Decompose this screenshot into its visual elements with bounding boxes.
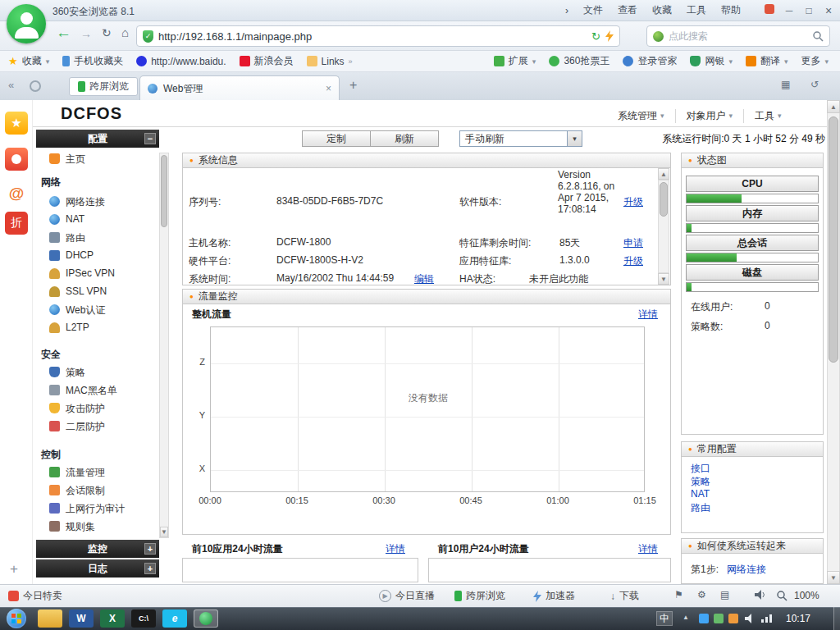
bookmark-links-folder[interactable]: Links » <box>300 51 359 72</box>
appsig-upgrade-link[interactable]: 升级 <box>623 254 643 268</box>
taskbar-browser-icon[interactable] <box>194 609 218 628</box>
speaker-icon[interactable] <box>755 590 766 600</box>
menu-system-admin[interactable]: 系统管理▾ <box>607 109 675 123</box>
nav-section-log[interactable]: 日志 + <box>36 559 159 578</box>
refresh-mode-select[interactable]: 手动刷新 ▾ <box>459 130 582 147</box>
nav-item-home[interactable]: 主页 <box>66 153 85 167</box>
nav-item-web-auth[interactable]: Web认证 <box>66 304 105 317</box>
menu-view[interactable]: 查看 <box>610 3 645 17</box>
upgrade-link[interactable]: 升级 <box>623 195 643 209</box>
common-link-nat[interactable]: NAT <box>691 488 710 500</box>
ticket-king-button[interactable]: 360抢票王 <box>542 51 616 72</box>
common-link-routing[interactable]: 路由 <box>691 501 710 515</box>
menu-help[interactable]: 帮助 <box>714 3 748 17</box>
translate-button[interactable]: 翻译 ▾ <box>739 51 795 72</box>
tab-close-icon[interactable]: × <box>326 83 331 94</box>
whole-traffic-detail-link[interactable]: 详情 <box>638 308 658 322</box>
flag-icon[interactable]: ⚑ <box>674 589 683 600</box>
more-tools-button[interactable]: 更多 ▾ <box>794 51 835 72</box>
taskbar-excel-icon[interactable]: X <box>100 609 125 628</box>
top-apps-detail-link[interactable]: 详情 <box>386 542 405 556</box>
tab-grid-icon[interactable]: ▦ <box>781 79 790 90</box>
zoom-icon[interactable] <box>776 590 788 601</box>
show-desktop-button[interactable] <box>833 607 840 630</box>
shop-icon[interactable] <box>760 4 779 16</box>
maximize-button[interactable]: □ <box>799 5 819 16</box>
taskbar-word-icon[interactable]: W <box>69 609 94 628</box>
user-avatar[interactable] <box>7 4 46 43</box>
start-button[interactable] <box>7 609 26 628</box>
page-scrollbar-thumb[interactable] <box>829 116 838 363</box>
taskbar-clock[interactable]: 10:17 <box>786 613 810 624</box>
nav-item-ssl-vpn[interactable]: SSL VPN <box>66 285 107 297</box>
taskbar-cmd-icon[interactable]: C:\ <box>131 609 156 628</box>
nav-item-routing[interactable]: 路由 <box>66 231 85 245</box>
nav-scroll-down-icon[interactable]: ▼ <box>160 527 168 537</box>
nav-item-dhcp[interactable]: DHCP <box>66 249 94 261</box>
close-button[interactable]: × <box>819 4 838 17</box>
tray-volume-icon[interactable] <box>745 614 756 623</box>
daily-deals-button[interactable]: 今日特卖 <box>8 589 62 603</box>
page-scroll-down-icon[interactable]: ▼ <box>827 571 840 584</box>
speed-mode-icon[interactable] <box>605 30 614 42</box>
menu-tools[interactable]: 工具 <box>679 3 714 17</box>
screenshot-camera-icon[interactable] <box>5 148 28 171</box>
refresh-button[interactable]: 刷新 <box>370 130 439 147</box>
nav-section-config[interactable]: 配置 − <box>36 130 159 148</box>
menu-favorites[interactable]: 收藏 <box>645 3 679 17</box>
tray-update-icon[interactable] <box>728 614 738 623</box>
menu-object-user[interactable]: 对象用户▾ <box>675 109 744 123</box>
nav-scrollbar[interactable]: ▼ <box>159 153 169 538</box>
login-manager-button[interactable]: 登录管家 <box>616 51 683 72</box>
search-icon[interactable] <box>812 30 824 42</box>
history-icon[interactable] <box>30 80 41 92</box>
nav-item-attack-protection[interactable]: 攻击防护 <box>66 402 105 416</box>
tray-app-icon[interactable] <box>714 614 724 623</box>
taskbar-ie-icon[interactable]: e <box>162 609 187 628</box>
online-banking-button[interactable]: 网银 ▾ <box>683 51 739 72</box>
collapse-icon[interactable]: − <box>144 133 156 144</box>
page-scroll-up-icon[interactable]: ▲ <box>827 100 840 113</box>
top-users-detail-link[interactable]: 详情 <box>638 542 658 556</box>
zoom-level[interactable]: 100% <box>794 590 819 601</box>
taskbar-folder-icon[interactable] <box>38 609 62 628</box>
nav-scrollbar-thumb[interactable] <box>161 155 167 227</box>
apply-link[interactable]: 申请 <box>623 236 643 250</box>
menu-site-tools[interactable]: 工具▾ <box>743 109 792 123</box>
tab-scroll-icon[interactable]: « <box>8 79 14 91</box>
home-button[interactable]: ⌂ <box>121 25 129 39</box>
edit-link[interactable]: 编辑 <box>414 272 434 286</box>
nav-section-monitor[interactable]: 监控 + <box>36 540 159 558</box>
nav-item-l2tp[interactable]: L2TP <box>66 322 89 333</box>
forward-button[interactable]: → <box>80 27 92 40</box>
new-tab-button[interactable]: + <box>349 78 357 93</box>
reopen-tab-icon[interactable]: ↺ <box>810 79 819 90</box>
bookmark-sina[interactable]: 新浪会员 <box>233 51 300 72</box>
nav-item-policy[interactable]: 策略 <box>66 366 85 380</box>
extensions-button[interactable]: 扩展 ▾ <box>487 51 543 72</box>
nav-item-network-connection[interactable]: 网络连接 <box>66 195 105 209</box>
discount-icon[interactable]: 折 <box>5 212 28 235</box>
auto-refresh-icon[interactable]: ↻ <box>591 30 600 43</box>
bookmark-mobile-favorites[interactable]: 手机收藏夹 <box>56 51 130 72</box>
menu-collapse-icon[interactable]: › <box>558 5 576 16</box>
cross-screen-bottom-button[interactable]: 跨屏浏览 <box>454 589 505 603</box>
si-scrollbar[interactable] <box>658 180 669 273</box>
tray-security-icon[interactable] <box>699 614 709 623</box>
contact-at-icon[interactable]: @ <box>5 182 28 205</box>
nav-item-ipsec-vpn[interactable]: IPSec VPN <box>66 267 115 279</box>
reading-mode-icon[interactable]: ▤ <box>720 589 729 600</box>
download-button[interactable]: ↓ 下载 <box>610 589 639 603</box>
live-button[interactable]: ▶ 今日直播 <box>379 589 435 603</box>
expand-icon[interactable]: + <box>144 563 156 574</box>
nav-item-behavior-audit[interactable]: 上网行为审计 <box>66 502 125 516</box>
common-link-policy[interactable]: 策略 <box>691 475 710 489</box>
search-input[interactable] <box>669 30 807 42</box>
nav-item-traffic-management[interactable]: 流量管理 <box>66 466 105 480</box>
tray-expand-icon[interactable]: ▲ <box>682 614 689 621</box>
gear-icon[interactable]: ⚙ <box>697 589 706 600</box>
customize-button[interactable]: 定制 <box>302 130 371 147</box>
minimize-button[interactable]: ─ <box>779 5 799 16</box>
nav-item-ruleset[interactable]: 规则集 <box>66 520 95 534</box>
nav-item-session-limit[interactable]: 会话限制 <box>66 484 105 498</box>
